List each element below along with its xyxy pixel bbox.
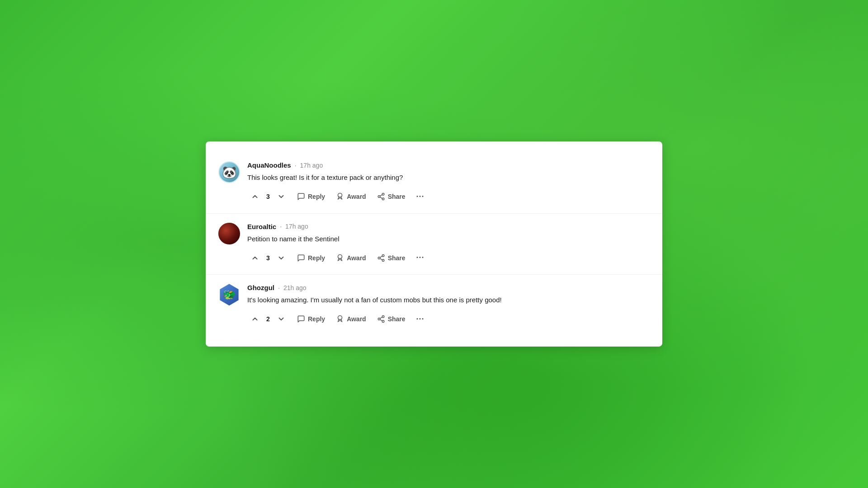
vote-group: 3 <box>247 190 289 203</box>
award-icon <box>336 254 344 262</box>
upvote-button[interactable] <box>247 312 263 326</box>
comment-header: Euroaltic · 17h ago <box>247 223 650 230</box>
more-options-button[interactable]: ··· <box>412 250 429 265</box>
timestamp: 17h ago <box>300 162 323 169</box>
comment-text: It's looking amazing. I'm usually not a … <box>247 295 650 305</box>
downvote-button[interactable] <box>274 312 289 326</box>
share-icon <box>377 192 385 201</box>
downvote-button[interactable] <box>274 251 289 265</box>
reply-button[interactable]: Reply <box>292 312 330 326</box>
comment-header: AquaNoodles · 17h ago <box>247 161 650 169</box>
upvote-button[interactable] <box>247 251 263 265</box>
more-options-button[interactable]: ··· <box>412 189 429 204</box>
more-options-button[interactable]: ··· <box>412 312 429 327</box>
vote-count: 3 <box>264 254 272 262</box>
avatar <box>218 223 240 244</box>
svg-line-4 <box>380 197 382 198</box>
comment-header: Ghozgul · 21h ago <box>247 284 650 291</box>
share-icon <box>377 315 385 323</box>
share-button[interactable]: Share <box>373 190 410 203</box>
comment-item: Ghozgul · 21h ago It's looking amazing. … <box>206 275 662 336</box>
svg-line-11 <box>380 256 382 258</box>
reply-button[interactable]: Reply <box>292 190 330 203</box>
downvote-button[interactable] <box>274 190 289 203</box>
comment-actions: 2 Reply <box>247 312 650 327</box>
separator: · <box>278 284 280 291</box>
share-button[interactable]: Share <box>373 312 410 326</box>
comment-text: This looks great! Is it for a texture pa… <box>247 173 650 183</box>
comment-actions: 3 Reply <box>247 250 650 265</box>
downvote-icon <box>277 192 285 201</box>
award-icon <box>336 315 344 323</box>
comment-body: AquaNoodles · 17h ago This looks great! … <box>247 161 650 204</box>
comments-card: AquaNoodles · 17h ago This looks great! … <box>206 141 662 347</box>
share-icon <box>377 254 385 262</box>
comment-body: Euroaltic · 17h ago Petition to name it … <box>247 223 650 266</box>
vote-count: 2 <box>264 315 272 323</box>
svg-line-17 <box>380 317 382 319</box>
award-icon <box>336 192 344 201</box>
vote-group: 2 <box>247 312 289 326</box>
upvote-icon <box>251 254 259 262</box>
award-button[interactable]: Award <box>331 190 371 203</box>
reply-icon <box>297 192 305 201</box>
reply-icon <box>297 315 305 323</box>
comment-body: Ghozgul · 21h ago It's looking amazing. … <box>247 284 650 327</box>
username: Ghozgul <box>247 284 274 291</box>
upvote-button[interactable] <box>247 190 263 203</box>
separator: · <box>295 162 297 169</box>
award-button[interactable]: Award <box>331 251 371 265</box>
username: AquaNoodles <box>247 161 291 169</box>
comment-item: AquaNoodles · 17h ago This looks great! … <box>206 152 662 214</box>
svg-line-5 <box>380 195 382 196</box>
comment-actions: 3 Reply <box>247 189 650 204</box>
svg-point-0 <box>338 193 342 197</box>
avatar <box>218 161 240 183</box>
share-button[interactable]: Share <box>373 251 410 265</box>
svg-line-10 <box>380 258 382 260</box>
vote-group: 3 <box>247 251 289 265</box>
reply-button[interactable]: Reply <box>292 251 330 265</box>
downvote-icon <box>277 254 285 262</box>
downvote-icon <box>277 315 285 323</box>
svg-point-6 <box>338 254 342 258</box>
username: Euroaltic <box>247 223 276 230</box>
comment-text: Petition to name it the Sentinel <box>247 234 650 244</box>
vote-count: 3 <box>264 193 272 200</box>
svg-line-16 <box>380 319 382 321</box>
separator: · <box>280 223 282 230</box>
svg-point-12 <box>338 316 342 320</box>
reply-icon <box>297 254 305 262</box>
award-button[interactable]: Award <box>331 312 371 326</box>
upvote-icon <box>251 315 259 323</box>
timestamp: 17h ago <box>285 223 308 230</box>
comment-item: Euroaltic · 17h ago Petition to name it … <box>206 214 662 275</box>
timestamp: 21h ago <box>283 284 307 291</box>
upvote-icon <box>251 192 259 201</box>
avatar <box>218 284 240 305</box>
